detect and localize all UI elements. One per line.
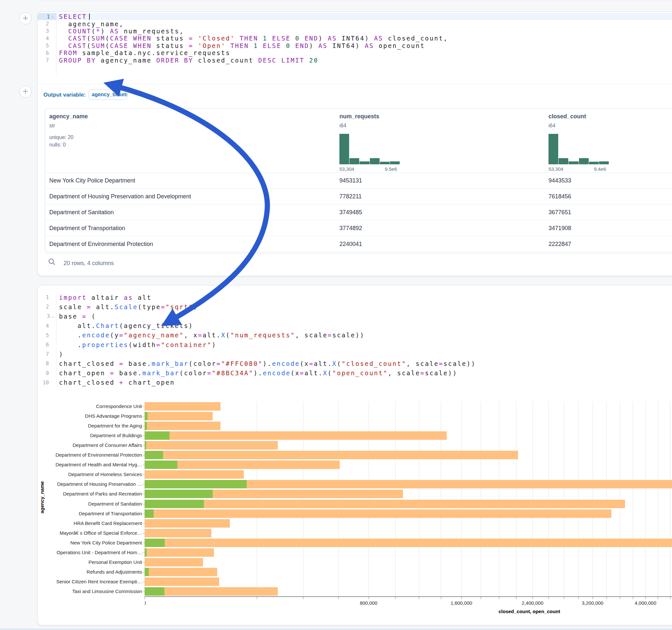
table-row: New York City Police Department945313194… [45,173,672,189]
line-number: 3 [47,313,50,319]
column-name: closed_count [549,113,586,120]
y-axis-label: Operations Unit - Department of Hom… [38,550,142,555]
line-number: 7 [46,351,49,357]
table-cell: Department of Transportation [49,225,125,232]
code-line[interactable]: 6 .properties(width="container") [38,340,672,349]
code-line[interactable]: 6FROM sample_data.nyc.service_requests [38,49,672,56]
x-axis-tick [499,597,499,599]
code-line[interactable]: 7GROUP BY agency_name ORDER BY closed_co… [38,56,672,64]
table-cell: New York City Police Department [49,177,135,184]
bar-open-count [145,568,149,576]
grid-line [461,402,462,596]
y-axis-label: Department of Transportation [38,511,142,516]
python-code-editor[interactable]: 1import altair as alt2scale = alt.Scale(… [38,293,672,387]
bar-open-count [145,451,163,459]
bar-closed-count [145,548,214,557]
hist-bar [579,158,589,164]
code-text: CAST(SUM(CASE WHEN status = 'Open' THEN … [56,42,425,49]
y-axis-tick [142,543,145,543]
hist-bar [558,158,568,164]
y-axis-tick [142,591,145,592]
line-number: 4 [46,323,49,329]
code-line[interactable]: 4 alt.Chart(agency_tickets) [38,321,672,331]
bar-closed-count [145,421,220,430]
bar-closed-count [145,539,672,547]
code-text: COUNT(*) AS num_requests, [56,28,184,35]
code-line[interactable]: 5 CAST(SUM(CASE WHEN status = 'Open' THE… [38,42,672,49]
grid-line [533,402,533,596]
grid-line [564,402,564,596]
code-line[interactable]: 8chart_closed = base.mark_bar(color="#FF… [38,359,672,368]
code-line[interactable]: 1⌄SELECT [38,13,672,20]
grid-line [395,402,395,596]
hist-bar [370,158,380,164]
y-axis-label: Department of Housing Preservation … [38,481,142,487]
code-line[interactable]: 10chart_closed + chart_open [38,378,672,387]
bar-open-count [145,500,204,508]
bar-open-count [145,509,154,518]
x-axis-tick-label: 800,000 [360,600,377,606]
y-axis-tick [142,465,145,465]
x-axis-tick [461,597,462,599]
table-cell: 2240041 [339,241,362,248]
table-cell: 9443533 [549,177,571,184]
sql-code-editor[interactable]: 1⌄SELECT2 agency_name,3 COUNT(*) AS num_… [38,13,672,64]
x-axis-tick-label: 1,600,000 [451,600,472,606]
x-axis-tick [441,597,441,599]
fold-chevron-icon[interactable]: ⌄ [51,314,54,319]
code-line[interactable]: 3⌄base = ( [38,311,672,321]
table-cell: 3471908 [549,225,571,232]
code-text: .encode(y="agency_name", x=alt.X("num_re… [56,332,365,339]
bar-closed-count [145,402,220,411]
add-cell-button[interactable]: + [20,86,31,98]
table-cell: 3774892 [339,225,362,232]
code-line[interactable]: 2 agency_name, [38,20,672,27]
hist-bar [589,162,599,164]
output-variable-pill[interactable]: agency_tickets [89,90,127,100]
bar-closed-count [145,470,244,479]
grid-line [578,402,579,596]
grid-line [593,402,593,596]
table-cell: 7618456 [549,193,571,200]
y-axis-label: Department of Consumer Affairs [38,442,142,448]
x-axis-tick [633,597,633,599]
grid-line [419,402,419,596]
hist-bar [360,162,369,164]
x-axis-tick [145,597,145,599]
add-cell-button[interactable]: + [20,12,31,24]
hist-bar [339,134,349,164]
line-number: 10 [43,380,49,386]
y-axis-tick [142,582,145,582]
x-axis-tick [516,597,517,599]
grid-line [368,402,369,596]
line-number: 5 [46,43,49,49]
histogram [549,134,609,164]
grid-line [633,402,633,596]
x-axis-tick [419,597,419,599]
code-line[interactable]: 4 CAST(SUM(CASE WHEN status = 'Closed' T… [38,35,672,42]
x-axis-tick [670,597,670,599]
bar-open-count [145,441,146,450]
line-number: 6 [46,50,49,56]
code-line[interactable]: 7) [38,349,672,359]
code-line[interactable]: 9chart_open = base.mark_bar(color="#8BC3… [38,368,672,378]
fold-chevron-icon[interactable]: ⌄ [51,14,54,19]
code-text: FROM sample_data.nyc.service_requests [56,49,231,56]
code-line[interactable]: 3 COUNT(*) AS num_requests, [38,28,672,35]
y-axis-label: Department of Buildings [38,433,142,438]
table-row: Department of Sanitation37494853677651 [45,204,672,220]
grid-line [499,402,499,596]
code-text: chart_closed = base.mark_bar(color="#FFC… [56,360,476,367]
y-axis-label: HRA Benefit Card Replacement [38,520,142,526]
code-text: chart_open = base.mark_bar(color="#8BC34… [56,369,457,377]
table-row: Department of Housing Preservation and D… [45,189,672,204]
code-line[interactable]: 5 .encode(y="agency_name", x=alt.X("num_… [38,331,672,340]
code-text: .properties(width="container") [56,341,217,348]
bar-closed-count [145,558,203,566]
grid-line [670,402,670,596]
y-axis-label: Taxi and Limousine Commission [38,588,142,594]
code-line[interactable]: 2scale = alt.Scale(type="sqrt") [38,302,672,311]
bar-open-count [145,548,146,557]
code-line[interactable]: 1import altair as alt [38,293,672,302]
search-icon[interactable] [48,258,56,266]
